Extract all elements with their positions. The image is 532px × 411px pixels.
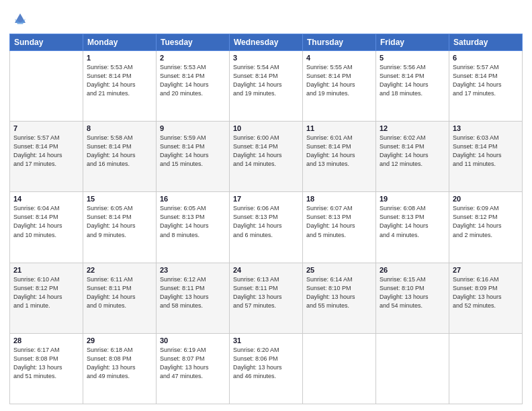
- day-info: Sunrise: 6:05 AMSunset: 8:13 PMDaylight:…: [160, 204, 226, 239]
- day-number: 31: [233, 336, 299, 345]
- logo: [9, 9, 30, 28]
- day-info: Sunrise: 6:18 AMSunset: 8:08 PMDaylight:…: [87, 346, 152, 381]
- day-info: Sunrise: 5:55 AMSunset: 8:14 PMDaylight:…: [306, 63, 372, 98]
- day-info: Sunrise: 6:07 AMSunset: 8:13 PMDaylight:…: [306, 204, 372, 239]
- day-cell: 13Sunrise: 6:03 AMSunset: 8:14 PMDayligh…: [449, 122, 523, 192]
- day-info: Sunrise: 5:53 AMSunset: 8:14 PMDaylight:…: [87, 63, 152, 98]
- day-cell: 9Sunrise: 5:59 AMSunset: 8:14 PMDaylight…: [157, 122, 230, 192]
- calendar-table: SundayMondayTuesdayWednesdayThursdayFrid…: [9, 34, 523, 404]
- header-sunday: Sunday: [10, 34, 83, 51]
- day-cell: 20Sunrise: 6:09 AMSunset: 8:12 PMDayligh…: [449, 192, 523, 263]
- day-number: 23: [160, 266, 226, 274]
- day-cell: 15Sunrise: 6:05 AMSunset: 8:14 PMDayligh…: [83, 192, 157, 263]
- day-cell: 4Sunrise: 5:55 AMSunset: 8:14 PMDaylight…: [303, 51, 376, 122]
- logo-icon: [11, 9, 30, 28]
- day-number: 24: [233, 266, 299, 274]
- day-info: Sunrise: 6:06 AMSunset: 8:13 PMDaylight:…: [233, 204, 299, 239]
- day-cell: 24Sunrise: 6:13 AMSunset: 8:11 PMDayligh…: [230, 263, 303, 333]
- page: SundayMondayTuesdayWednesdayThursdayFrid…: [0, 0, 532, 411]
- day-cell: 16Sunrise: 6:05 AMSunset: 8:13 PMDayligh…: [157, 192, 230, 263]
- day-cell: 29Sunrise: 6:18 AMSunset: 8:08 PMDayligh…: [83, 333, 157, 404]
- header-row: SundayMondayTuesdayWednesdayThursdayFrid…: [10, 34, 523, 51]
- day-cell: 6Sunrise: 5:57 AMSunset: 8:14 PMDaylight…: [449, 51, 523, 122]
- day-number: 10: [233, 124, 299, 132]
- day-number: 21: [13, 266, 79, 274]
- day-number: 19: [380, 195, 445, 203]
- day-cell: [376, 333, 449, 404]
- day-info: Sunrise: 6:02 AMSunset: 8:14 PMDaylight:…: [380, 134, 445, 169]
- day-info: Sunrise: 6:16 AMSunset: 8:09 PMDaylight:…: [453, 275, 519, 310]
- day-info: Sunrise: 6:01 AMSunset: 8:14 PMDaylight:…: [306, 134, 372, 169]
- day-info: Sunrise: 6:15 AMSunset: 8:10 PMDaylight:…: [380, 275, 445, 310]
- day-info: Sunrise: 6:12 AMSunset: 8:11 PMDaylight:…: [160, 275, 226, 310]
- day-cell: 22Sunrise: 6:11 AMSunset: 8:11 PMDayligh…: [83, 263, 157, 333]
- day-number: 27: [453, 266, 519, 274]
- day-info: Sunrise: 6:10 AMSunset: 8:12 PMDaylight:…: [13, 275, 79, 310]
- day-cell: 18Sunrise: 6:07 AMSunset: 8:13 PMDayligh…: [303, 192, 376, 263]
- day-info: Sunrise: 6:19 AMSunset: 8:07 PMDaylight:…: [160, 346, 226, 381]
- day-number: 16: [160, 195, 226, 203]
- day-cell: 8Sunrise: 5:58 AMSunset: 8:14 PMDaylight…: [83, 122, 157, 192]
- day-number: 2: [160, 54, 226, 62]
- day-info: Sunrise: 6:20 AMSunset: 8:06 PMDaylight:…: [233, 346, 299, 381]
- day-info: Sunrise: 5:54 AMSunset: 8:14 PMDaylight:…: [233, 63, 299, 98]
- day-number: 4: [306, 54, 372, 62]
- day-number: 20: [453, 195, 519, 203]
- day-info: Sunrise: 5:57 AMSunset: 8:14 PMDaylight:…: [13, 134, 79, 169]
- day-cell: 5Sunrise: 5:56 AMSunset: 8:14 PMDaylight…: [376, 51, 449, 122]
- day-number: 14: [13, 195, 79, 203]
- day-cell: 12Sunrise: 6:02 AMSunset: 8:14 PMDayligh…: [376, 122, 449, 192]
- day-info: Sunrise: 6:17 AMSunset: 8:08 PMDaylight:…: [13, 346, 79, 381]
- day-info: Sunrise: 6:14 AMSunset: 8:10 PMDaylight:…: [306, 275, 372, 310]
- day-cell: 27Sunrise: 6:16 AMSunset: 8:09 PMDayligh…: [449, 263, 523, 333]
- day-cell: 25Sunrise: 6:14 AMSunset: 8:10 PMDayligh…: [303, 263, 376, 333]
- day-number: 26: [380, 266, 445, 274]
- day-cell: [449, 333, 523, 404]
- day-cell: 1Sunrise: 5:53 AMSunset: 8:14 PMDaylight…: [83, 51, 157, 122]
- day-cell: 10Sunrise: 6:00 AMSunset: 8:14 PMDayligh…: [230, 122, 303, 192]
- day-info: Sunrise: 6:05 AMSunset: 8:14 PMDaylight:…: [87, 204, 152, 239]
- day-cell: 11Sunrise: 6:01 AMSunset: 8:14 PMDayligh…: [303, 122, 376, 192]
- day-cell: 31Sunrise: 6:20 AMSunset: 8:06 PMDayligh…: [230, 333, 303, 404]
- day-number: 3: [233, 54, 299, 62]
- day-cell: 3Sunrise: 5:54 AMSunset: 8:14 PMDaylight…: [230, 51, 303, 122]
- day-info: Sunrise: 5:53 AMSunset: 8:14 PMDaylight:…: [160, 63, 226, 98]
- day-number: 7: [13, 124, 79, 132]
- day-info: Sunrise: 6:13 AMSunset: 8:11 PMDaylight:…: [233, 275, 299, 310]
- day-info: Sunrise: 6:08 AMSunset: 8:13 PMDaylight:…: [380, 204, 445, 239]
- day-cell: 26Sunrise: 6:15 AMSunset: 8:10 PMDayligh…: [376, 263, 449, 333]
- day-number: 29: [87, 336, 152, 345]
- header-tuesday: Tuesday: [157, 34, 230, 51]
- day-info: Sunrise: 5:57 AMSunset: 8:14 PMDaylight:…: [453, 63, 519, 98]
- day-cell: [10, 51, 83, 122]
- day-info: Sunrise: 6:03 AMSunset: 8:14 PMDaylight:…: [453, 134, 519, 169]
- day-number: 8: [87, 124, 152, 132]
- day-info: Sunrise: 5:59 AMSunset: 8:14 PMDaylight:…: [160, 134, 226, 169]
- week-row-2: 14Sunrise: 6:04 AMSunset: 8:14 PMDayligh…: [10, 192, 523, 263]
- day-info: Sunrise: 6:04 AMSunset: 8:14 PMDaylight:…: [13, 204, 79, 239]
- day-number: 15: [87, 195, 152, 203]
- day-number: 5: [380, 54, 445, 62]
- day-number: 13: [453, 124, 519, 132]
- day-number: 28: [13, 336, 79, 345]
- day-number: 30: [160, 336, 226, 345]
- header-thursday: Thursday: [303, 34, 376, 51]
- day-cell: 28Sunrise: 6:17 AMSunset: 8:08 PMDayligh…: [10, 333, 83, 404]
- day-number: 12: [380, 124, 445, 132]
- day-cell: 17Sunrise: 6:06 AMSunset: 8:13 PMDayligh…: [230, 192, 303, 263]
- day-number: 22: [87, 266, 152, 274]
- day-number: 6: [453, 54, 519, 62]
- header-monday: Monday: [83, 34, 157, 51]
- day-cell: 21Sunrise: 6:10 AMSunset: 8:12 PMDayligh…: [10, 263, 83, 333]
- header-friday: Friday: [376, 34, 449, 51]
- day-cell: 19Sunrise: 6:08 AMSunset: 8:13 PMDayligh…: [376, 192, 449, 263]
- week-row-0: 1Sunrise: 5:53 AMSunset: 8:14 PMDaylight…: [10, 51, 523, 122]
- day-info: Sunrise: 5:58 AMSunset: 8:14 PMDaylight:…: [87, 134, 152, 169]
- day-info: Sunrise: 6:00 AMSunset: 8:14 PMDaylight:…: [233, 134, 299, 169]
- day-cell: 2Sunrise: 5:53 AMSunset: 8:14 PMDaylight…: [157, 51, 230, 122]
- day-number: 25: [306, 266, 372, 274]
- week-row-4: 28Sunrise: 6:17 AMSunset: 8:08 PMDayligh…: [10, 333, 523, 404]
- day-cell: 23Sunrise: 6:12 AMSunset: 8:11 PMDayligh…: [157, 263, 230, 333]
- day-number: 18: [306, 195, 372, 203]
- header-wednesday: Wednesday: [230, 34, 303, 51]
